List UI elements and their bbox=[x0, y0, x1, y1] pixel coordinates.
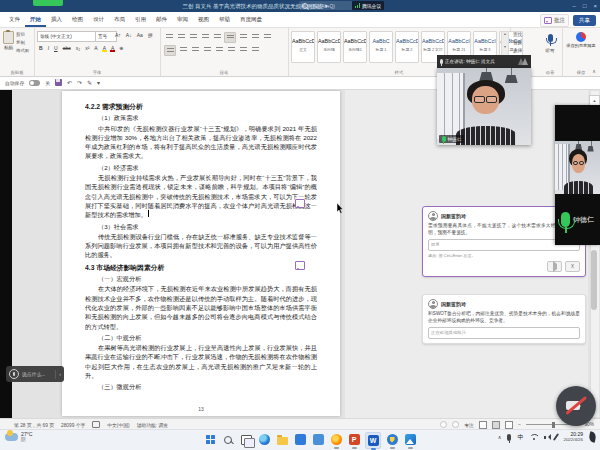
redo-button[interactable]: ↷ bbox=[77, 79, 82, 86]
pinyin-guide-button[interactable]: 拼 bbox=[147, 32, 154, 38]
highlight-color-button[interactable]: A bbox=[102, 45, 107, 51]
left-to-right-icon[interactable] bbox=[224, 32, 236, 43]
font-color-button[interactable]: A bbox=[110, 45, 115, 51]
word-count[interactable]: 28099 个字 bbox=[61, 422, 85, 428]
meeting-participant-strip[interactable]: 钟德仁 bbox=[555, 105, 600, 245]
meeting-speaking-bar[interactable]: 正在讲话: 钟德仁 肖文兵 bbox=[437, 55, 531, 68]
cancel-reply-button[interactable]: X bbox=[565, 261, 580, 272]
comment-anchor-icon[interactable] bbox=[295, 261, 305, 270]
ink-notification-icon[interactable] bbox=[588, 431, 597, 442]
tab-home[interactable]: 开始 bbox=[25, 12, 46, 27]
pen-icon[interactable] bbox=[553, 433, 559, 441]
text-effects-button[interactable]: A bbox=[93, 45, 98, 51]
style-no-spacing[interactable]: AaBbCcDx无间隔 bbox=[317, 31, 341, 63]
tab-review[interactable]: 审阅 bbox=[172, 12, 193, 27]
tab-view[interactable]: 视图 bbox=[193, 12, 214, 27]
decrease-indent-icon[interactable] bbox=[200, 32, 210, 41]
distribute-icon[interactable] bbox=[214, 45, 224, 54]
security-app-button[interactable] bbox=[385, 432, 399, 447]
focus-mode[interactable]: 专注 bbox=[464, 422, 474, 428]
task-view-button[interactable] bbox=[239, 432, 253, 447]
maximize-button[interactable]: □ bbox=[583, 3, 587, 9]
comment-anchor-icon[interactable] bbox=[295, 199, 305, 208]
meeting-video-window[interactable]: 钟德仁 bbox=[437, 68, 531, 145]
share-button[interactable]: 共享 bbox=[573, 15, 596, 26]
tray-mic-icon[interactable] bbox=[507, 434, 511, 441]
save-icon[interactable] bbox=[55, 79, 62, 86]
numbered-list-icon[interactable] bbox=[176, 32, 186, 41]
tab-references[interactable]: 引用 bbox=[130, 12, 151, 27]
align-right-icon[interactable] bbox=[190, 45, 200, 54]
tab-mailings[interactable]: 邮件 bbox=[151, 12, 172, 27]
subscript-button[interactable]: x₂ bbox=[75, 45, 81, 51]
tab-draw[interactable]: 绘图 bbox=[67, 12, 88, 27]
pen-icon[interactable]: ✎ bbox=[87, 79, 92, 86]
select-button[interactable]: 选择 bbox=[513, 48, 522, 53]
tray-expand-button[interactable]: ∧ bbox=[498, 434, 502, 440]
dictate-button[interactable]: 听写 bbox=[538, 34, 562, 53]
justify-icon[interactable] bbox=[202, 45, 212, 54]
send-reply-button[interactable] bbox=[547, 261, 562, 272]
shrink-font-button[interactable]: A↓ bbox=[125, 32, 133, 38]
qat-more-button[interactable]: ▾ bbox=[97, 79, 100, 86]
read-mode-icon[interactable] bbox=[479, 421, 487, 429]
ime-indicator[interactable]: 中 bbox=[517, 433, 523, 442]
change-case-button[interactable]: Aa bbox=[136, 32, 144, 38]
borders-icon[interactable] bbox=[250, 45, 260, 54]
style-heading-1[interactable]: AaBbC标题 1 bbox=[369, 31, 393, 63]
shading-icon[interactable] bbox=[238, 45, 248, 54]
font-name-select[interactable]: 等线 (中文正文) bbox=[37, 31, 97, 42]
file-explorer-button[interactable] bbox=[275, 432, 289, 447]
tab-help[interactable]: 帮助 bbox=[214, 12, 235, 27]
comment-reply-input[interactable]: 正在处理其他批注 bbox=[428, 327, 580, 339]
start-button[interactable] bbox=[203, 432, 217, 447]
tab-file[interactable]: 文件 bbox=[4, 12, 25, 27]
app-button[interactable] bbox=[311, 432, 325, 447]
bullet-list-icon[interactable] bbox=[164, 32, 174, 41]
replace-button[interactable]: 替换 bbox=[513, 40, 522, 45]
style-heading-2[interactable]: AaBbCcD标题 2 bbox=[395, 31, 419, 63]
paragraph-mark-icon[interactable] bbox=[238, 32, 248, 41]
zoom-out-button[interactable]: – bbox=[518, 422, 521, 427]
powerpoint-button[interactable]: P bbox=[347, 432, 361, 447]
taskbar-clock[interactable]: 20:29 2022/4/26 bbox=[563, 432, 583, 442]
taskbar-search-button[interactable] bbox=[221, 432, 235, 447]
italic-button[interactable]: I bbox=[47, 45, 50, 51]
language-status[interactable]: 中文(中国) bbox=[107, 422, 129, 428]
scrollbar-thumb[interactable] bbox=[591, 250, 597, 310]
accessibility-status[interactable]: 辅助功能: 调查 bbox=[137, 422, 168, 428]
find-button[interactable]: 查找 bbox=[513, 32, 522, 37]
meeting-chat-pill[interactable]: 说点什么... ‹ bbox=[6, 366, 64, 382]
autosave-toggle[interactable] bbox=[29, 80, 40, 86]
photos-button[interactable] bbox=[403, 432, 417, 447]
volume-icon[interactable] bbox=[544, 434, 549, 440]
tab-baidu-netdisk[interactable]: 百度网盘 bbox=[235, 12, 267, 27]
cut-button[interactable]: 剪切 bbox=[16, 32, 29, 37]
style-normal[interactable]: AaBbCcDx正文 bbox=[291, 31, 315, 63]
align-left-icon[interactable] bbox=[164, 45, 176, 56]
tab-layout[interactable]: 布局 bbox=[109, 12, 130, 27]
chat-placeholder[interactable]: 说点什么... bbox=[22, 371, 52, 377]
page-info[interactable]: 第 28 页，共 69 页 bbox=[14, 422, 54, 428]
close-button[interactable]: × bbox=[593, 3, 597, 9]
search-box[interactable]: 搜索(Alt+Q) bbox=[299, 1, 353, 10]
bold-button[interactable]: B bbox=[38, 45, 44, 51]
enclose-characters-button[interactable]: ⊕ bbox=[118, 45, 124, 51]
undo-button[interactable]: ↶ bbox=[67, 79, 72, 86]
paste-button[interactable]: 粘贴 bbox=[2, 31, 15, 50]
collapse-ribbon-button[interactable]: ∧ bbox=[592, 68, 596, 74]
format-painter-button[interactable]: 格式刷 bbox=[16, 48, 29, 53]
word-button[interactable]: W bbox=[365, 432, 381, 449]
line-spacing-icon[interactable] bbox=[226, 45, 236, 54]
sort-icon[interactable] bbox=[262, 32, 272, 41]
underline-button[interactable]: U bbox=[53, 45, 59, 51]
document-page[interactable]: 4.2.2 需求预测分析 （1）政策需求 中共印发的《无损检测仪器行业发展“十三… bbox=[62, 91, 340, 416]
comments-button[interactable]: 批注 bbox=[540, 14, 569, 27]
edge-button[interactable] bbox=[257, 432, 271, 447]
weather-widget[interactable]: 27°C 阴 bbox=[5, 432, 33, 443]
align-center-icon[interactable] bbox=[178, 45, 188, 54]
tab-insert[interactable]: 插入 bbox=[46, 12, 67, 27]
web-layout-icon[interactable] bbox=[505, 421, 513, 429]
increase-indent-icon[interactable] bbox=[212, 32, 222, 41]
superscript-button[interactable]: x² bbox=[84, 45, 90, 51]
